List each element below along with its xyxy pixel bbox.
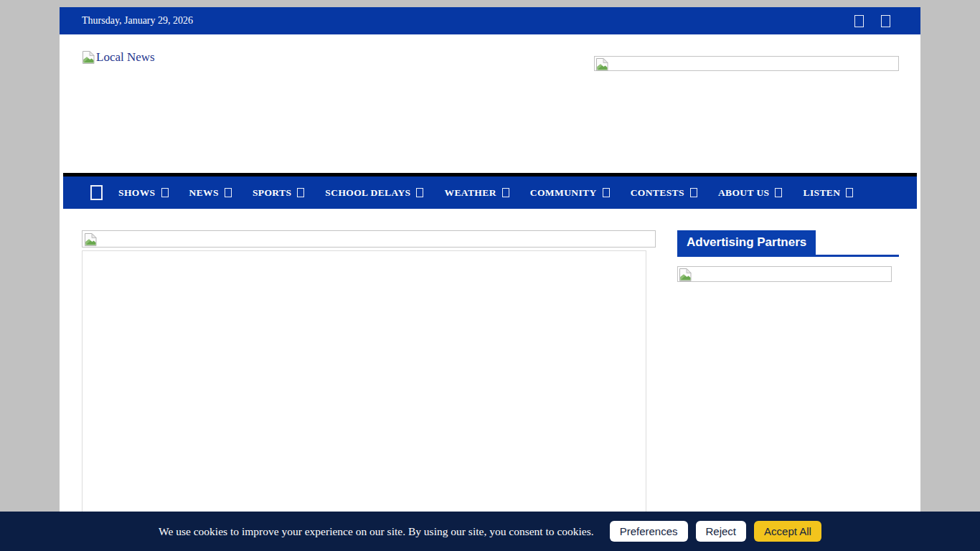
nav-item-listen[interactable]: LISTEN <box>803 187 853 199</box>
cookie-message: We use cookies to improve your experienc… <box>159 525 594 538</box>
broken-image-icon <box>82 50 95 65</box>
home-icon <box>90 185 103 200</box>
nav-item-weather[interactable]: WEATHER <box>444 187 509 199</box>
nav-item-community[interactable]: COMMUNITY <box>530 187 610 199</box>
nav-item-about-us[interactable]: ABOUT US <box>718 187 783 199</box>
nav-item-label: SHOWS <box>118 187 156 199</box>
broken-image-icon <box>595 57 609 72</box>
chevron-down-icon <box>502 188 509 197</box>
sidebar-ad-broken-image[interactable] <box>677 266 892 282</box>
logo-alt-text: Local News <box>96 50 155 65</box>
nav-item-label: SCHOOL DELAYS <box>325 187 410 199</box>
chevron-down-icon <box>690 188 697 197</box>
nav-item-label: LISTEN <box>803 187 840 199</box>
content-column <box>82 230 656 551</box>
nav-item-school-delays[interactable]: SCHOOL DELAYS <box>325 187 423 199</box>
nav-item-label: ABOUT US <box>718 187 770 199</box>
nav-item-contests[interactable]: CONTESTS <box>631 187 697 199</box>
chevron-down-icon <box>297 188 304 197</box>
main-navigation: SHOWS NEWS SPORTS SCHOOL DELAYS WEATHER … <box>63 173 917 209</box>
main-content: Advertising Partners <box>60 230 920 551</box>
sidebar-heading-rule: Advertising Partners <box>677 230 899 257</box>
page: Thursday, January 29, 2026 Local News SH… <box>60 7 920 551</box>
nav-item-label: SPORTS <box>253 187 291 199</box>
content-embed-placeholder <box>82 250 646 551</box>
cookie-preferences-button[interactable]: Preferences <box>610 521 688 542</box>
nav-item-label: CONTESTS <box>631 187 684 199</box>
sidebar: Advertising Partners <box>677 230 899 551</box>
nav-item-label: WEATHER <box>444 187 496 199</box>
broken-image-icon <box>84 232 98 247</box>
nav-home-button[interactable] <box>90 185 103 200</box>
site-logo-broken-image[interactable]: Local News <box>82 50 155 65</box>
featured-broken-image[interactable] <box>82 230 656 248</box>
cookie-reject-button[interactable]: Reject <box>696 521 747 542</box>
chevron-down-icon <box>846 188 853 197</box>
site-header: Local News <box>60 34 920 173</box>
social-icon-2[interactable] <box>881 15 890 27</box>
current-date: Thursday, January 29, 2026 <box>82 15 193 27</box>
social-icon-1[interactable] <box>854 15 864 27</box>
broken-image-icon <box>679 268 692 282</box>
chevron-down-icon <box>225 188 232 197</box>
top-bar: Thursday, January 29, 2026 <box>60 7 920 34</box>
nav-item-sports[interactable]: SPORTS <box>253 187 304 199</box>
nav-item-label: COMMUNITY <box>530 187 597 199</box>
header-banner-ad-broken-image[interactable] <box>594 56 899 71</box>
nav-item-news[interactable]: NEWS <box>189 187 232 199</box>
social-links <box>854 15 890 27</box>
cookie-consent-bar: We use cookies to improve your experienc… <box>0 512 980 551</box>
chevron-down-icon <box>161 188 169 197</box>
chevron-down-icon <box>416 188 423 197</box>
sidebar-heading: Advertising Partners <box>677 230 816 255</box>
nav-item-shows[interactable]: SHOWS <box>118 187 169 199</box>
nav-item-label: NEWS <box>189 187 219 199</box>
cookie-accept-all-button[interactable]: Accept All <box>754 521 821 542</box>
chevron-down-icon <box>775 188 782 197</box>
chevron-down-icon <box>603 188 610 197</box>
